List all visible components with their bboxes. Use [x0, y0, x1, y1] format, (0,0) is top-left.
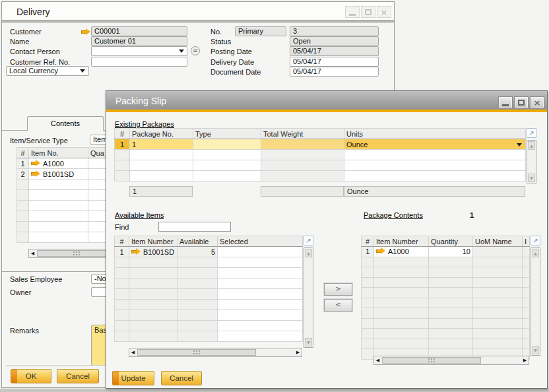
- document-date-field[interactable]: 05/04/17: [290, 67, 379, 77]
- scroll-up-icon[interactable]: ▲: [528, 141, 535, 150]
- packages-vscrollbar[interactable]: ▲ ▼: [527, 140, 536, 183]
- tab-contents[interactable]: Contents: [27, 116, 104, 131]
- cell[interactable]: [29, 201, 88, 211]
- link-arrow-icon[interactable]: [376, 247, 385, 255]
- scroll-thumb[interactable]: [137, 349, 256, 356]
- cell[interactable]: [130, 171, 193, 181]
- scroll-down-icon[interactable]: ▼: [305, 338, 312, 346]
- name-field[interactable]: Customer 01: [91, 36, 187, 46]
- cell[interactable]: [218, 268, 303, 278]
- customer-field[interactable]: C00001: [91, 26, 187, 36]
- item-cell[interactable]: A1000: [29, 158, 88, 169]
- selected-qty-cell[interactable]: [218, 247, 303, 257]
- scroll-up-icon[interactable]: ▲: [305, 249, 312, 257]
- cell[interactable]: [193, 171, 261, 181]
- i-cell: [523, 247, 530, 257]
- scroll-right-icon[interactable]: ▶: [294, 350, 302, 355]
- available-vscrollbar[interactable]: ▲ ▼: [304, 247, 313, 348]
- cell: [115, 331, 129, 342]
- cell[interactable]: [29, 222, 88, 232]
- doc-number-field: 3: [290, 26, 379, 36]
- customer-ref-label: Customer Ref. No.: [10, 58, 70, 66]
- cell[interactable]: [130, 160, 193, 171]
- cell[interactable]: [218, 257, 303, 268]
- contents-hscrollbar[interactable]: ◀ ▶: [373, 356, 529, 365]
- delivery-titlebar[interactable]: Delivery ×: [2, 2, 394, 20]
- cell[interactable]: [344, 150, 526, 160]
- cell[interactable]: [29, 232, 88, 243]
- maximize-button[interactable]: [361, 6, 375, 18]
- ok-button[interactable]: OK: [11, 369, 51, 383]
- cell[interactable]: [193, 150, 261, 160]
- item-number-cell[interactable]: A1000: [374, 247, 429, 257]
- close-button[interactable]: ×: [377, 6, 391, 18]
- scroll-left-icon[interactable]: ◀: [129, 350, 137, 355]
- contact-person-dropdown[interactable]: [91, 46, 187, 56]
- packing-titlebar[interactable]: Packing Slip ×: [106, 91, 547, 110]
- cancel-button[interactable]: Cancel: [161, 371, 202, 385]
- cell[interactable]: [218, 278, 303, 289]
- scroll-down-icon[interactable]: ▼: [528, 174, 535, 182]
- package-no-cell[interactable]: 1: [130, 139, 193, 150]
- cell[interactable]: [130, 150, 193, 160]
- empty-row: [362, 288, 530, 298]
- close-button[interactable]: ×: [530, 96, 544, 108]
- cell: [374, 277, 429, 288]
- cell: [17, 190, 29, 201]
- cell[interactable]: [29, 180, 88, 190]
- cell[interactable]: [218, 321, 303, 331]
- cell[interactable]: [218, 300, 303, 310]
- available-item-row: 1 B1001SD 5: [115, 247, 303, 257]
- chevron-down-icon[interactable]: [517, 143, 522, 147]
- scroll-up-icon[interactable]: ▲: [532, 249, 539, 257]
- move-left-button[interactable]: <: [324, 299, 352, 311]
- cell[interactable]: [193, 160, 261, 171]
- scroll-left-icon[interactable]: ◀: [29, 251, 36, 256]
- item-cell[interactable]: B1001SD: [29, 169, 88, 180]
- cancel-button[interactable]: Cancel: [57, 369, 99, 383]
- link-arrow-icon[interactable]: [31, 160, 40, 167]
- cell[interactable]: [344, 171, 526, 181]
- update-button[interactable]: Update: [112, 371, 154, 385]
- cell[interactable]: [29, 211, 88, 222]
- chevron-down-icon[interactable]: [179, 49, 184, 53]
- minimize-button[interactable]: [345, 6, 360, 18]
- find-input[interactable]: [158, 222, 231, 232]
- expand-table-icon[interactable]: ↗: [531, 236, 540, 245]
- cell: [523, 329, 530, 339]
- scroll-thumb[interactable]: [37, 250, 116, 257]
- row-number: 1: [362, 247, 374, 257]
- scroll-down-icon[interactable]: ▼: [532, 346, 539, 354]
- delivery-date-field[interactable]: 05/04/17: [290, 57, 379, 67]
- expand-table-icon[interactable]: ↗: [527, 128, 536, 138]
- cell[interactable]: [29, 190, 88, 201]
- link-arrow-icon[interactable]: [31, 170, 40, 178]
- cell[interactable]: [218, 331, 303, 342]
- customer-ref-field[interactable]: [91, 57, 187, 67]
- currency-dropdown[interactable]: Local Currency: [6, 66, 89, 76]
- quantity-cell[interactable]: 10: [429, 247, 473, 257]
- available-hscrollbar[interactable]: ◀ ▶: [129, 348, 302, 357]
- customer-link-arrow-icon[interactable]: [81, 28, 90, 36]
- empty-row: [115, 300, 303, 310]
- chevron-down-icon[interactable]: [80, 69, 85, 73]
- empty-row: [362, 308, 530, 319]
- expand-table-icon[interactable]: ↗: [304, 236, 313, 245]
- minimize-button[interactable]: [498, 96, 513, 108]
- cell[interactable]: [218, 310, 303, 321]
- link-arrow-icon[interactable]: [131, 248, 141, 255]
- available-qty-cell: 5: [178, 247, 218, 257]
- cell[interactable]: [344, 160, 526, 171]
- type-cell[interactable]: [193, 139, 261, 150]
- series-dropdown[interactable]: Primary: [235, 26, 286, 36]
- units-dropdown-cell[interactable]: Ounce: [344, 139, 526, 150]
- scroll-left-icon[interactable]: ◀: [374, 358, 381, 363]
- selection-list-icon[interactable]: ≡: [191, 46, 200, 55]
- scroll-right-icon[interactable]: ▶: [521, 358, 529, 363]
- scroll-thumb[interactable]: [382, 357, 481, 364]
- maximize-button[interactable]: [514, 96, 529, 108]
- move-right-button[interactable]: >: [324, 283, 352, 296]
- empty-row: [115, 321, 303, 331]
- contents-vscrollbar[interactable]: ▲ ▼: [531, 247, 540, 356]
- cell[interactable]: [218, 289, 303, 300]
